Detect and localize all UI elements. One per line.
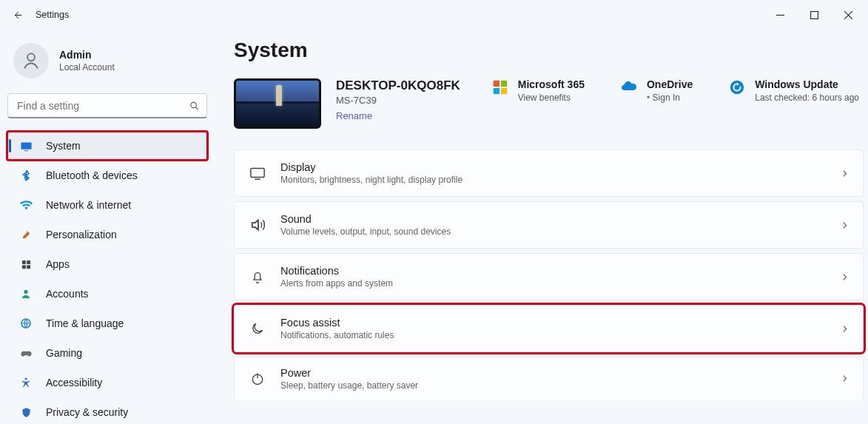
tile-sub: View benefits — [518, 92, 585, 103]
page-title: System — [234, 38, 864, 62]
card-display[interactable]: Display Monitors, brightness, night ligh… — [234, 149, 864, 197]
maximize-button[interactable] — [797, 4, 831, 26]
sound-icon — [248, 217, 267, 233]
card-sound[interactable]: Sound Volume levels, output, input, soun… — [234, 201, 864, 249]
card-sub: Notifications, automatic rules — [280, 330, 394, 340]
tile-title: Windows Update — [755, 78, 859, 90]
sidebar-item-personalization[interactable]: Personalization — [7, 221, 207, 249]
card-sub: Volume levels, output, input, sound devi… — [280, 226, 451, 237]
sidebar-item-system[interactable]: System — [7, 132, 207, 160]
wifi-icon — [18, 199, 34, 212]
sidebar-item-apps[interactable]: Apps — [7, 250, 207, 278]
device-row: DESKTOP-0KQO8FK MS-7C39 Rename Microsoft… — [234, 78, 864, 129]
sidebar-item-accessibility[interactable]: Accessibility — [7, 369, 207, 397]
sidebar-item-label: Gaming — [46, 347, 82, 359]
search-input[interactable] — [7, 93, 207, 118]
settings-cards: Display Monitors, brightness, night ligh… — [234, 149, 864, 400]
tile-sub: Sign In — [647, 92, 693, 103]
sidebar-item-privacy[interactable]: Privacy & security — [7, 398, 207, 424]
nav-list: System Bluetooth & devices Network & int… — [7, 132, 207, 424]
sidebar-item-label: Bluetooth & devices — [46, 169, 138, 181]
tile-windows-update[interactable]: Windows Update Last checked: 6 hours ago — [728, 78, 859, 103]
sidebar-item-accounts[interactable]: Accounts — [7, 280, 207, 308]
window-title: Settings — [36, 10, 69, 20]
system-icon — [18, 140, 34, 152]
titlebar: Settings — [0, 0, 868, 30]
close-button[interactable] — [831, 4, 865, 26]
accessibility-icon — [18, 377, 34, 388]
card-title: Display — [280, 161, 462, 173]
moon-icon — [248, 321, 267, 336]
window-controls — [763, 4, 865, 26]
rename-link[interactable]: Rename — [336, 110, 372, 121]
microsoft-icon — [491, 78, 509, 96]
globe-icon — [18, 317, 34, 329]
card-focus-assist[interactable]: Focus assist Notifications, automatic ru… — [234, 305, 864, 352]
svg-rect-18 — [251, 169, 264, 178]
svg-rect-4 — [24, 150, 28, 151]
svg-point-12 — [24, 377, 27, 380]
card-power[interactable]: Power Sleep, battery usage, battery save… — [234, 357, 864, 400]
card-notifications[interactable]: Notifications Alerts from apps and syste… — [234, 253, 864, 300]
svg-rect-8 — [27, 265, 30, 269]
card-title: Sound — [280, 213, 451, 225]
svg-rect-0 — [810, 11, 818, 18]
sidebar-item-label: Accessibility — [46, 377, 102, 388]
search-icon — [189, 101, 200, 112]
avatar — [13, 43, 49, 78]
svg-point-9 — [24, 290, 27, 294]
tile-microsoft365[interactable]: Microsoft 365 View benefits — [491, 78, 585, 103]
svg-rect-5 — [21, 260, 25, 263]
sidebar-item-label: Accounts — [46, 288, 89, 300]
display-icon — [248, 165, 267, 181]
bluetooth-icon — [18, 170, 34, 181]
sidebar-item-label: Privacy & security — [46, 406, 128, 418]
chevron-right-icon — [840, 374, 850, 383]
device-model: MS-7C39 — [336, 95, 460, 106]
back-button[interactable] — [3, 1, 31, 29]
svg-rect-13 — [494, 81, 499, 87]
chevron-right-icon — [840, 169, 850, 178]
sidebar-item-label: Personalization — [46, 229, 117, 240]
card-sub: Sleep, battery usage, battery saver — [280, 380, 418, 391]
chevron-right-icon — [840, 324, 850, 334]
minimize-button[interactable] — [763, 4, 797, 26]
account-name: Admin — [59, 49, 115, 61]
brush-icon — [18, 229, 34, 240]
sidebar-item-label: System — [46, 140, 81, 152]
card-title: Notifications — [280, 265, 393, 277]
sidebar-item-label: Time & language — [46, 317, 124, 329]
chevron-right-icon — [840, 221, 850, 230]
device-thumbnail[interactable] — [234, 78, 321, 129]
tile-onedrive[interactable]: OneDrive Sign In — [620, 78, 693, 103]
sidebar-item-network[interactable]: Network & internet — [7, 191, 207, 219]
card-sub: Alerts from apps and system — [280, 278, 393, 289]
account-block[interactable]: Admin Local Account — [7, 36, 207, 92]
svg-rect-14 — [501, 81, 507, 87]
sidebar-item-gaming[interactable]: Gaming — [7, 339, 207, 367]
shield-icon — [18, 407, 34, 418]
sidebar-item-time[interactable]: Time & language — [7, 309, 207, 337]
main-content: System DESKTOP-0KQO8FK MS-7C39 Rename Mi… — [215, 30, 868, 424]
gamepad-icon — [18, 347, 34, 360]
apps-icon — [18, 259, 34, 270]
svg-rect-16 — [501, 88, 507, 94]
tile-title: OneDrive — [647, 78, 693, 90]
card-sub: Monitors, brightness, night light, displ… — [280, 175, 462, 185]
tile-title: Microsoft 365 — [518, 78, 585, 90]
svg-rect-3 — [21, 142, 31, 149]
card-title: Focus assist — [280, 317, 394, 329]
account-type: Local Account — [59, 62, 115, 73]
device-name: DESKTOP-0KQO8FK — [336, 78, 460, 93]
chevron-right-icon — [840, 272, 850, 282]
tile-sub: Last checked: 6 hours ago — [755, 92, 859, 103]
user-icon — [18, 288, 34, 300]
search-box — [7, 93, 207, 118]
onedrive-icon — [620, 78, 638, 96]
sidebar-item-label: Apps — [46, 258, 70, 270]
bell-icon — [248, 269, 267, 284]
svg-rect-15 — [494, 88, 499, 94]
svg-point-2 — [191, 102, 197, 108]
sidebar-item-bluetooth[interactable]: Bluetooth & devices — [7, 161, 207, 189]
svg-rect-6 — [27, 260, 30, 263]
